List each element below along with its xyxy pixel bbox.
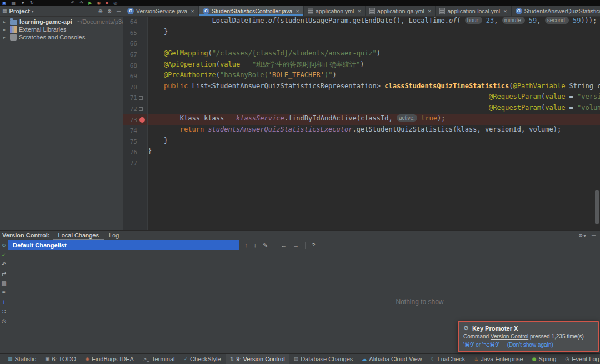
yaml-file-icon [369,8,375,14]
changelist-row[interactable]: Default Changelist [8,240,239,250]
code-token: ))); [581,17,597,24]
chevron-right-icon[interactable]: ▸ [3,27,8,32]
code-line[interactable] [148,38,600,49]
key-promoter-notification[interactable]: ⚙ Key Promoter X Command Version Control… [458,321,599,352]
chevron-down-icon[interactable]: ▾ [32,9,34,14]
close-tab-icon[interactable]: ✕ [357,9,361,14]
fold-marker-icon[interactable] [139,107,143,111]
preview-diff-icon[interactable]: ▤ [1,281,6,286]
class-file-icon: C [127,8,134,14]
close-tab-icon[interactable]: ✕ [503,9,507,14]
tab-log[interactable]: Log [104,231,124,240]
save-all-icon[interactable]: ▼ [21,1,25,6]
back-icon[interactable]: ← [281,242,287,249]
rollback-icon[interactable]: ↶ [2,262,6,267]
editor-tab[interactable]: CStudentsAnswerQuizStatisticsExecutor.ja… [512,6,600,16]
view-options-icon[interactable]: ⊕ [98,8,103,14]
project-tree-item[interactable]: ▸External Libraries [0,26,123,33]
statusbar-item[interactable]: ☁Alibaba Cloud View [357,354,426,364]
commit-icon[interactable]: ✓ [2,252,6,258]
close-tab-icon[interactable]: ✕ [428,9,432,14]
open-icon[interactable]: ▤ [12,1,16,6]
code-line[interactable]: @PreAuthorize("hasAnyRole('ROLE_TEACHER'… [148,71,600,82]
code-line[interactable] [148,158,600,169]
code-line[interactable]: @RequestParam(value = "versionId" [148,93,600,104]
stop-icon[interactable]: ■ [106,1,108,6]
statusbar-item[interactable]: ◉FindBugs-IDEA [81,354,138,364]
undo-icon[interactable]: ↶ [71,1,75,6]
run-icon[interactable]: ▶ [88,1,92,6]
statusbar-item[interactable]: ♨Java Enterprise [469,354,528,364]
code-editor[interactable]: 6465666768697071727374757677 LocalDateTi… [123,17,600,230]
code-line[interactable]: @ApiOperation(value = "班级学生的答题时间和正确率统计") [148,60,600,71]
new-changelist-icon[interactable]: + [2,300,6,305]
code-line[interactable]: } [148,28,600,39]
vc-hide-panel-icon[interactable]: ─ [592,232,596,239]
vc-settings-gear-icon[interactable]: ⚙▾ [578,232,586,239]
code-area[interactable]: LocalDateTime.of(studentUsageParam.getEn… [148,17,600,230]
code-line[interactable]: @RequestParam(value = "volume" [148,104,600,115]
close-tab-icon[interactable]: ✕ [191,9,194,14]
param-name-hint: second: [545,17,569,24]
editor-tab[interactable]: application-qa.yml✕ [366,6,436,16]
key-promoter-gear-icon: ⚙ [463,325,469,332]
fold-marker-icon[interactable] [139,96,143,100]
statusbar-item[interactable]: ⇅9: Version Control [226,354,289,364]
project-panel-title[interactable]: Project [9,8,30,14]
code-token: @PreAuthorize [164,71,216,79]
editor-tab[interactable]: CVersionService.java✕ [123,6,199,16]
hide-panel-icon[interactable]: ─ [117,8,121,14]
statusbar-item-label: 6: TODO [52,356,77,362]
statusbar-item[interactable]: ◷Event Log [561,356,600,362]
edit-source-icon[interactable]: ✎ [263,242,268,249]
project-tree-item[interactable]: ▸learning-game-api~/Documents/p3/learnin… [0,18,123,26]
show-diff-icon[interactable]: ⇄ [2,271,6,277]
chevron-right-icon[interactable]: ▸ [3,35,8,40]
refresh-icon[interactable]: ↻ [2,243,6,249]
statusbar-item[interactable]: >_Terminal [138,354,179,364]
move-down-icon[interactable]: ↓ [254,242,257,249]
statusbar-item[interactable]: ▦Statistic [3,354,41,364]
code-line[interactable]: LocalDateTime.of(studentUsageParam.getEn… [148,17,600,28]
version-control-icon: ⇅ [230,357,234,362]
debug-icon[interactable]: ◉ [97,1,101,6]
code-line[interactable]: public List<StudentAnswerQuizStatisticsR… [148,82,600,93]
close-tab-icon[interactable]: ✕ [296,9,299,14]
statusbar-item[interactable]: ☾LuaCheck [427,354,470,364]
statusbar-item[interactable]: ▤Database Changes [289,354,358,364]
fold-strip [137,117,147,123]
search-everywhere-icon[interactable]: ◎ [113,1,117,6]
chart-icon: ▦ [8,357,13,362]
code-token [148,71,164,79]
tab-local-changes[interactable]: Local Changes [53,231,104,240]
code-token: = [565,104,577,112]
statusbar-item[interactable]: ▣6: TODO [41,354,81,364]
expand-details-icon[interactable]: ◎ [2,318,7,324]
breakpoint-icon[interactable] [139,117,145,123]
help-icon[interactable]: ? [312,242,315,249]
redo-icon[interactable]: ↷ [79,1,83,6]
dont-show-again-link[interactable]: (Don't show again) [507,342,553,348]
forward-icon[interactable]: → [293,242,299,249]
ide-logo-icon[interactable]: ▣ [2,1,7,6]
code-line[interactable]: } [148,147,600,158]
code-line[interactable]: Klass klass = klassService.findByIdAndAc… [148,114,600,125]
sync-icon[interactable]: ↻ [30,1,34,6]
group-by-icon[interactable]: ∷ [2,309,6,315]
code-line[interactable]: return studentsAnswerQuizStatisticsExecu… [148,125,600,136]
editor-tab[interactable]: application-local.yml✕ [436,6,511,16]
statusbar-item[interactable]: ✓CheckStyle [179,354,225,364]
statusbar-item[interactable]: ●Spring [528,354,561,364]
code-line[interactable]: } [148,136,600,148]
notification-command-link[interactable]: Version Control [491,333,528,340]
changelist-icon[interactable]: ≡ [2,290,6,296]
move-up-icon[interactable]: ↑ [244,242,248,249]
chevron-right-icon[interactable]: ▸ [3,19,8,24]
editor-tab[interactable]: application.yml✕ [304,6,366,16]
code-line[interactable]: @GetMapping("/classes/{classId}/students… [148,49,600,60]
project-tree-item[interactable]: ▸Scratches and Consoles [0,33,123,41]
editor-scrollbar-thumb[interactable] [595,190,599,224]
settings-gear-icon[interactable]: ⚙ [107,8,112,14]
code-token: 'ROLE_TEACHER' [268,71,324,79]
editor-tab[interactable]: CStudentStatisticsController.java✕ [199,6,304,16]
